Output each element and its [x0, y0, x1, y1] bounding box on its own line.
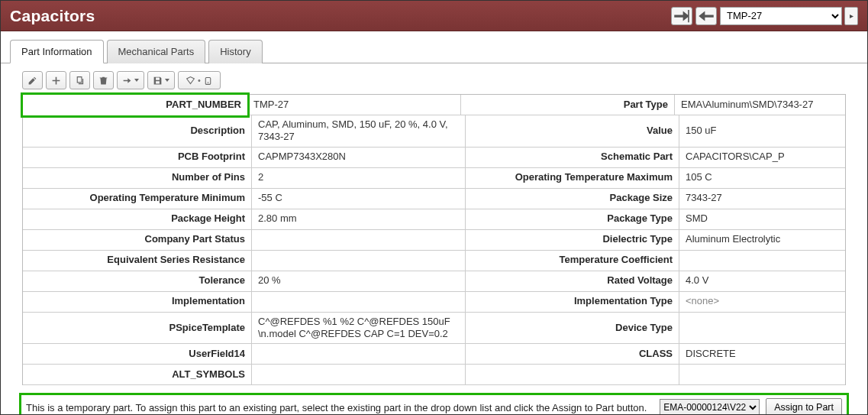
- property-label-left: Package Height: [23, 209, 252, 230]
- selector-step-button[interactable]: ▸: [844, 7, 858, 25]
- property-value-right: [679, 313, 845, 345]
- add-button[interactable]: [46, 71, 66, 89]
- property-value-left: [252, 251, 466, 271]
- property-row: ImplementationImplementation Type<none>: [23, 292, 845, 313]
- page-title: Capacitors: [10, 7, 671, 25]
- property-label-right: Temperature Coefficient: [466, 251, 679, 271]
- tab-label: History: [220, 46, 250, 57]
- property-label-right: CLASS: [466, 344, 679, 365]
- property-value-right: [679, 251, 845, 271]
- properties-grid: PART_NUMBERTMP-27Part TypeEMA\Aluminum\S…: [22, 94, 846, 385]
- plus-icon: [51, 76, 61, 86]
- header-bar: Capacitors TMP-27 ▸: [1, 1, 867, 31]
- property-label-left: Company Part Status: [23, 230, 252, 251]
- property-row: PART_NUMBERTMP-27Part TypeEMA\Aluminum\S…: [23, 95, 845, 115]
- property-value-right: SMD: [679, 209, 845, 230]
- property-value-left: C^@REFDES %1 %2 C^@REFDES 150uF \n.model…: [252, 313, 466, 345]
- nav-back-button[interactable]: [695, 7, 717, 25]
- property-label-left: Description: [23, 115, 252, 148]
- caret-down-icon: [165, 79, 169, 82]
- property-label-left: PCB Footprint: [23, 148, 252, 168]
- svg-point-1: [208, 82, 209, 83]
- tab-part-information[interactable]: Part Information: [10, 40, 104, 63]
- svg-rect-0: [205, 77, 211, 84]
- edit-button[interactable]: [22, 71, 43, 89]
- property-label-left: UserField14: [23, 344, 252, 365]
- tabs: Part Information Mechanical Parts Histor…: [1, 31, 867, 63]
- assign-instructions: This is a temporary part. To assign this…: [26, 402, 653, 413]
- tab-mechanical-parts[interactable]: Mechanical Parts: [107, 40, 206, 63]
- property-label-left: Tolerance: [23, 271, 252, 292]
- property-value-left: [252, 344, 466, 365]
- property-value-left: [252, 292, 466, 313]
- property-value-right: EMA\Aluminum\SMD\7343-27: [675, 95, 845, 115]
- property-value-right: 4.0 V: [679, 271, 845, 292]
- assign-footer: This is a temporary part. To assign this…: [19, 393, 849, 415]
- assign-to-part-button[interactable]: Assign to Part: [766, 398, 842, 415]
- property-value-right: 7343-27: [679, 189, 845, 209]
- save-button[interactable]: [147, 71, 175, 89]
- arrow-right-icon: [122, 76, 132, 86]
- property-label-right: Operating Temperature Maximum: [466, 168, 679, 189]
- property-label-right: Part Type: [461, 95, 675, 115]
- property-label-left: Number of Pins: [23, 168, 252, 189]
- arrow-left-icon: [696, 6, 716, 26]
- property-value-right: Aluminum Electrolytic: [679, 230, 845, 251]
- property-label-right: Dielectric Type: [466, 230, 679, 251]
- property-value-right: [679, 365, 845, 385]
- nav-forward-button[interactable]: [671, 7, 692, 25]
- property-row: Number of Pins2Operating Temperature Max…: [23, 168, 845, 189]
- property-row: Equivalent Series ResistanceTemperature …: [23, 251, 845, 271]
- trash-icon: [98, 76, 108, 86]
- property-label-left: Implementation: [23, 292, 252, 313]
- pencil-icon: [27, 76, 37, 86]
- property-value-left: TMP-27: [247, 95, 461, 115]
- delete-button[interactable]: [93, 71, 114, 89]
- property-row: Tolerance20 %Rated Voltage4.0 V: [23, 271, 845, 292]
- property-value-right: 105 C: [679, 168, 845, 189]
- property-value-left: [252, 365, 466, 385]
- tab-label: Mechanical Parts: [118, 46, 195, 57]
- property-value-right: 150 uF: [679, 115, 845, 148]
- property-row: Package Height2.80 mmPackage TypeSMD: [23, 209, 845, 230]
- property-row: ALT_SYMBOLS: [23, 365, 845, 385]
- device-icon: [203, 76, 213, 86]
- property-label-right: Package Size: [466, 189, 679, 209]
- part-selector[interactable]: TMP-27: [720, 7, 842, 25]
- property-label-left: PSpiceTemplate: [23, 313, 252, 345]
- property-value-left: CAPMP7343X280N: [252, 148, 466, 168]
- property-label-left: PART_NUMBER: [21, 92, 250, 118]
- tag-action-sep: •: [198, 76, 201, 85]
- property-value-left: 2.80 mm: [252, 209, 466, 230]
- property-label-right: Rated Voltage: [466, 271, 679, 292]
- property-value-left: CAP, Aluminum, SMD, 150 uF, 20 %, 4.0 V,…: [252, 115, 466, 148]
- property-row: DescriptionCAP, Aluminum, SMD, 150 uF, 2…: [23, 115, 845, 148]
- property-value-left: 2: [252, 168, 466, 189]
- property-row: Company Part StatusDielectric TypeAlumin…: [23, 230, 845, 251]
- assign-target-select[interactable]: EMA-00000124\V22: [660, 399, 760, 415]
- property-label-right: [466, 365, 679, 385]
- caret-down-icon: [134, 79, 139, 82]
- property-label-right: Implementation Type: [466, 292, 679, 313]
- property-value-right: CAPACITORS\CAP_P: [679, 148, 845, 168]
- property-value-right: <none>: [679, 292, 845, 313]
- property-label-right: Package Type: [466, 209, 679, 230]
- header-controls: TMP-27 ▸: [671, 7, 858, 25]
- tab-history[interactable]: History: [208, 40, 262, 63]
- copy-button[interactable]: [69, 71, 90, 89]
- property-label-right: Schematic Part: [466, 148, 679, 168]
- tag-action-button[interactable]: •: [178, 71, 221, 89]
- property-value-left: -55 C: [252, 189, 466, 209]
- property-label-right: Value: [466, 115, 679, 148]
- save-icon: [153, 76, 163, 86]
- property-value-right: DISCRETE: [679, 344, 845, 365]
- arrow-right-bar-icon: [672, 6, 692, 26]
- property-row: PCB FootprintCAPMP7343X280NSchematic Par…: [23, 148, 845, 168]
- copy-icon: [75, 76, 85, 86]
- property-label-left: Operating Temperature Minimum: [23, 189, 252, 209]
- property-value-left: [252, 230, 466, 251]
- property-value-left: 20 %: [252, 271, 466, 292]
- navigate-button[interactable]: [117, 71, 144, 89]
- property-label-left: ALT_SYMBOLS: [23, 365, 252, 385]
- property-label-right: Device Type: [466, 313, 679, 345]
